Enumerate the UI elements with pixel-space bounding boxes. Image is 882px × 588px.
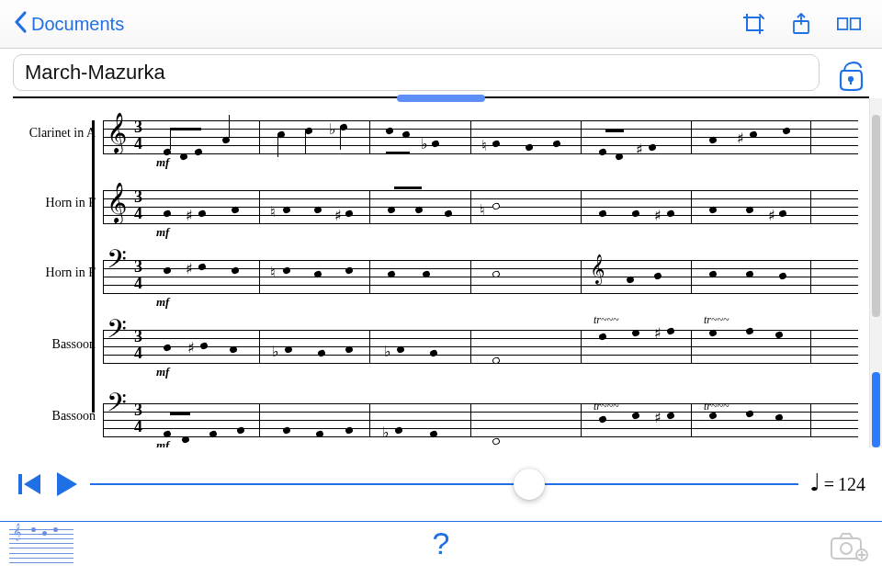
sharp-icon: ♯: [768, 207, 775, 224]
time-signature: 34: [134, 188, 142, 221]
sharp-icon: ♯: [654, 207, 662, 224]
tempo-equals: =: [824, 474, 834, 495]
time-signature: 34: [134, 119, 142, 152]
flat-icon: ♭: [272, 343, 279, 360]
camera-add-button[interactable]: [829, 531, 869, 562]
sharp-icon: ♯: [654, 324, 662, 342]
flat-icon: ♭: [421, 135, 428, 153]
svg-marker-6: [57, 472, 77, 496]
instrument-label: Horn in F: [11, 266, 96, 280]
layout-split-icon[interactable]: [829, 4, 869, 44]
trill-icon: tr~~~: [704, 400, 729, 413]
share-icon[interactable]: [781, 4, 821, 44]
staff-lines: 𝄞 34 mf ♯ ♮ ♯: [103, 190, 858, 223]
svg-rect-1: [838, 18, 847, 29]
score-thumbnail-button[interactable]: 𝄞: [9, 526, 74, 568]
bass-clef-icon: 𝄢: [107, 247, 127, 278]
treble-clef-icon: 𝄞: [590, 256, 605, 282]
natural-icon: ♮: [270, 203, 276, 220]
natural-icon: ♮: [481, 137, 487, 154]
dynamic-marking: mf: [156, 365, 169, 379]
back-button[interactable]: Documents: [13, 10, 124, 39]
bass-clef-icon: 𝄢: [107, 317, 127, 348]
treble-clef-icon: 𝄞: [107, 185, 127, 220]
trill-icon: tr~~~: [594, 400, 618, 413]
svg-rect-2: [851, 18, 860, 29]
staff-lines: 𝄢 34 mf ♭ tr~~~: [103, 403, 858, 436]
bottom-toolbar: 𝄞 ?: [0, 521, 882, 583]
svg-point-3: [849, 77, 853, 81]
flat-icon: ♭: [329, 120, 336, 138]
time-signature: 34: [134, 258, 142, 291]
sharp-icon: ♯: [737, 130, 744, 147]
bass-clef-icon: 𝄢: [107, 390, 127, 422]
scrollbar-thumb[interactable]: [872, 115, 880, 317]
playback-slider[interactable]: [90, 470, 798, 498]
natural-icon: ♮: [270, 264, 276, 281]
instrument-label: Clarinet in A: [11, 126, 96, 141]
treble-clef-icon: 𝄞: [107, 115, 127, 150]
instrument-label: Horn in F: [11, 196, 96, 210]
staff-lines: 𝄞 34 mf ♭: [103, 120, 858, 153]
slider-thumb[interactable]: [514, 469, 545, 500]
tempo-value: 124: [838, 474, 865, 495]
slider-track: [90, 483, 798, 485]
sharp-icon: ♯: [186, 260, 193, 277]
dynamic-marking: mf: [156, 438, 169, 447]
sharp-icon: ♯: [187, 339, 195, 356]
rewind-button[interactable]: [17, 470, 42, 498]
trill-icon: tr~~~: [704, 313, 729, 327]
score-area: Clarinet in A 𝄞 34 mf: [0, 98, 882, 447]
svg-marker-5: [24, 474, 40, 494]
back-label: Documents: [31, 14, 124, 35]
score-canvas[interactable]: Clarinet in A 𝄞 34 mf: [0, 98, 869, 447]
svg-rect-4: [18, 474, 22, 494]
scrollbar-thumb-active[interactable]: [872, 372, 880, 447]
topbar: Documents: [0, 0, 882, 49]
trill-icon: tr~~~: [594, 313, 618, 327]
title-row: [0, 49, 882, 96]
instrument-label: Bassoon: [11, 337, 96, 352]
dynamic-marking: mf: [156, 225, 169, 240]
flat-icon: ♭: [382, 424, 390, 441]
dynamic-marking: mf: [156, 295, 169, 310]
sharp-icon: ♯: [334, 207, 342, 224]
time-signature: 34: [134, 328, 142, 361]
staff-lines: 𝄢 34 mf ♯ ♭ ♭ tr~~: [103, 330, 858, 363]
unlock-icon: [835, 54, 866, 91]
help-button[interactable]: ?: [433, 526, 450, 561]
transport-bar: ♩ = 124: [0, 447, 882, 521]
sharp-icon: ♯: [636, 141, 643, 158]
staff-lines: 𝄢 34 mf ♯ ♮ 𝄞: [103, 260, 858, 293]
instrument-label: Bassoon: [11, 409, 96, 424]
lock-toggle[interactable]: [832, 54, 869, 91]
chevron-left-icon: [13, 10, 29, 39]
natural-icon: ♮: [480, 201, 485, 219]
vertical-scrollbar[interactable]: [869, 98, 882, 447]
tempo-display[interactable]: ♩ = 124: [809, 470, 865, 499]
flat-icon: ♭: [384, 343, 391, 360]
sharp-icon: ♯: [186, 207, 193, 224]
svg-point-8: [841, 543, 852, 554]
document-title-input[interactable]: [13, 54, 820, 91]
quarter-note-icon: ♩: [809, 469, 820, 497]
play-button[interactable]: [53, 470, 79, 498]
sharp-icon: ♯: [654, 409, 662, 426]
dynamic-marking: mf: [156, 155, 169, 170]
time-signature: 34: [134, 401, 142, 435]
crop-icon[interactable]: [733, 4, 774, 44]
